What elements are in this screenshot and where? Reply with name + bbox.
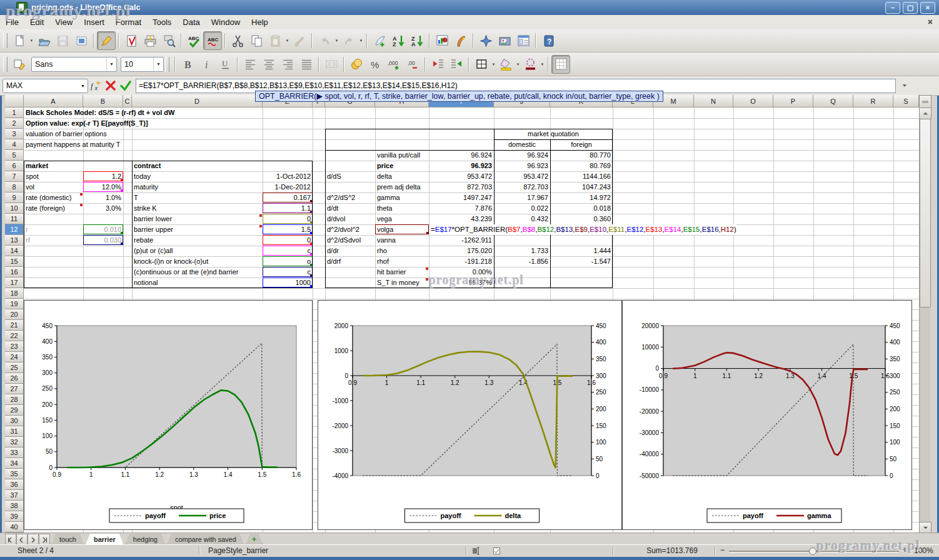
copy-icon[interactable] — [247, 31, 266, 50]
scroll-up-icon[interactable] — [919, 108, 931, 119]
cell-I16[interactable]: 0.00% — [429, 267, 494, 278]
cell-H14[interactable]: rho — [375, 246, 429, 256]
cell-J5[interactable]: 96.924 — [494, 150, 550, 161]
column-header-N[interactable]: N — [694, 95, 733, 108]
cell-A10[interactable]: rate (foreign) — [24, 203, 83, 214]
row-header-8[interactable]: 8 — [5, 182, 24, 192]
cell-E13[interactable]: 0 — [263, 235, 313, 246]
undo-dropdown-icon[interactable]: ▼ — [334, 32, 339, 49]
row-header-24[interactable]: 24 — [5, 352, 24, 362]
row-header-7[interactable]: 7 — [5, 171, 24, 182]
cell-D11[interactable]: barrier lower — [132, 214, 263, 224]
cancel-icon[interactable] — [103, 78, 118, 93]
title-bar[interactable]: pricing.ods - LibreOffice Calc – ▢ × — [0, 0, 939, 15]
cell-J6[interactable]: 96.923 — [494, 161, 550, 171]
row-header-5[interactable]: 5 — [5, 150, 24, 161]
cell-K9[interactable]: 14.972 — [550, 192, 613, 203]
help-icon[interactable]: ? — [539, 31, 558, 50]
minimize-button[interactable]: – — [885, 2, 900, 14]
cell-K8[interactable]: 1047.243 — [550, 182, 613, 192]
row-header-12[interactable]: 12 — [5, 224, 24, 235]
font-color-dropdown-icon[interactable]: ▼ — [540, 56, 545, 73]
cell-D13[interactable]: rebate — [132, 235, 263, 246]
row-header-13[interactable]: 13 — [5, 235, 24, 246]
column-header-B[interactable]: B — [83, 95, 123, 108]
row-header-33[interactable]: 33 — [5, 448, 24, 458]
row-header-19[interactable]: 19 — [5, 299, 24, 309]
row-header-17[interactable]: 17 — [5, 278, 24, 288]
column-header-S[interactable]: S — [893, 95, 919, 108]
row-header-20[interactable]: 20 — [5, 309, 24, 320]
hyperlink-icon[interactable] — [370, 31, 389, 50]
menu-format[interactable]: Format — [110, 16, 147, 28]
font-size-combobox[interactable]: 10▼ — [121, 57, 164, 72]
zoom-in-icon[interactable]: + — [903, 546, 907, 554]
toolbar-drag-handle[interactable] — [165, 57, 169, 72]
name-box[interactable]: MAX ▼ — [3, 79, 88, 93]
zoom-slider-thumb[interactable] — [809, 548, 816, 555]
align-center-icon[interactable] — [259, 55, 278, 74]
row-header-16[interactable]: 16 — [5, 267, 24, 278]
cell-I10[interactable]: 7.876 — [429, 203, 494, 214]
cell-A6[interactable]: market — [24, 161, 83, 171]
italic-icon[interactable]: i — [197, 55, 216, 74]
cell-G11[interactable]: d/dvol — [325, 214, 375, 224]
cell-B8[interactable]: 12.0% — [83, 182, 123, 192]
cell-A13[interactable]: rf — [24, 235, 83, 246]
sum-indicator[interactable]: Sum=1013.769 — [610, 546, 735, 555]
row-header-37[interactable]: 37 — [5, 490, 24, 501]
cell-D6[interactable]: contract — [132, 161, 263, 171]
cell-K7[interactable]: 1144.166 — [550, 171, 613, 182]
sheet-tab-hedging[interactable]: hedging — [125, 534, 166, 545]
cell-E10[interactable]: 1.1 — [263, 203, 313, 214]
cell-K15[interactable]: -1.547 — [550, 256, 613, 267]
row-header-29[interactable]: 29 — [5, 405, 24, 416]
cell-G10[interactable]: d/dt — [325, 203, 375, 214]
cell-G13[interactable]: d^2/dSdvol — [325, 235, 375, 246]
row-header-2[interactable]: 2 — [5, 118, 24, 129]
edit-file-icon[interactable] — [97, 31, 116, 50]
column-header-P[interactable]: P — [773, 95, 813, 108]
cell-D8[interactable]: maturity — [132, 182, 263, 192]
cell-E15[interactable]: o — [263, 256, 313, 267]
select-all-corner[interactable] — [5, 95, 24, 108]
align-right-icon[interactable] — [278, 55, 297, 74]
styles-icon[interactable] — [10, 55, 29, 74]
row-header-26[interactable]: 26 — [5, 373, 24, 384]
menu-view[interactable]: View — [49, 16, 78, 28]
insert-mode-indicator[interactable] — [472, 547, 480, 555]
spelling-icon[interactable]: ABC — [184, 31, 203, 50]
column-header-C[interactable]: C — [123, 95, 132, 108]
row-header-15[interactable]: 15 — [5, 256, 24, 267]
cell-D7[interactable]: today — [132, 171, 263, 182]
page-style[interactable]: PageStyle_barrier — [208, 546, 268, 555]
cell-B9[interactable]: 1.0% — [83, 192, 123, 203]
gallery-icon[interactable] — [495, 31, 514, 50]
row-header-35[interactable]: 35 — [5, 469, 24, 479]
row-header-4[interactable]: 4 — [5, 139, 24, 150]
cell-H13[interactable]: vanna — [375, 235, 429, 246]
cell-A12[interactable]: r — [24, 224, 83, 235]
font-name-combobox[interactable]: Sans▼ — [31, 57, 117, 72]
open-icon[interactable] — [34, 31, 53, 50]
cell-D14[interactable]: (p)ut or (c)all — [132, 246, 263, 256]
chart-gamma[interactable]: 20000100000-10000-20000-30000-40000-5000… — [622, 300, 912, 530]
cell-D12[interactable]: barrier upper — [132, 224, 263, 235]
accept-icon[interactable] — [118, 78, 133, 93]
cell-E17[interactable]: 1000 — [263, 278, 313, 288]
navigator-icon[interactable] — [476, 31, 495, 50]
cell-I11[interactable]: 43.239 — [429, 214, 494, 224]
cell-E7[interactable]: 1-Oct-2012 — [263, 171, 313, 182]
column-header-Q[interactable]: Q — [813, 95, 853, 108]
row-header-9[interactable]: 9 — [5, 192, 24, 203]
borders-icon[interactable] — [472, 55, 491, 74]
name-box-dropdown-icon[interactable]: ▼ — [78, 84, 88, 88]
menu-edit[interactable]: Edit — [24, 16, 49, 28]
column-header-O[interactable]: O — [733, 95, 773, 108]
vertical-split-handle[interactable] — [919, 95, 931, 109]
cell-G9[interactable]: d^2/dS^2 — [325, 192, 375, 203]
row-header-10[interactable]: 10 — [5, 203, 24, 214]
vertical-scrollbar-thumb[interactable] — [920, 119, 931, 308]
cell-H6[interactable]: price — [375, 161, 429, 171]
sort-descending-icon[interactable]: ZA — [408, 31, 426, 50]
